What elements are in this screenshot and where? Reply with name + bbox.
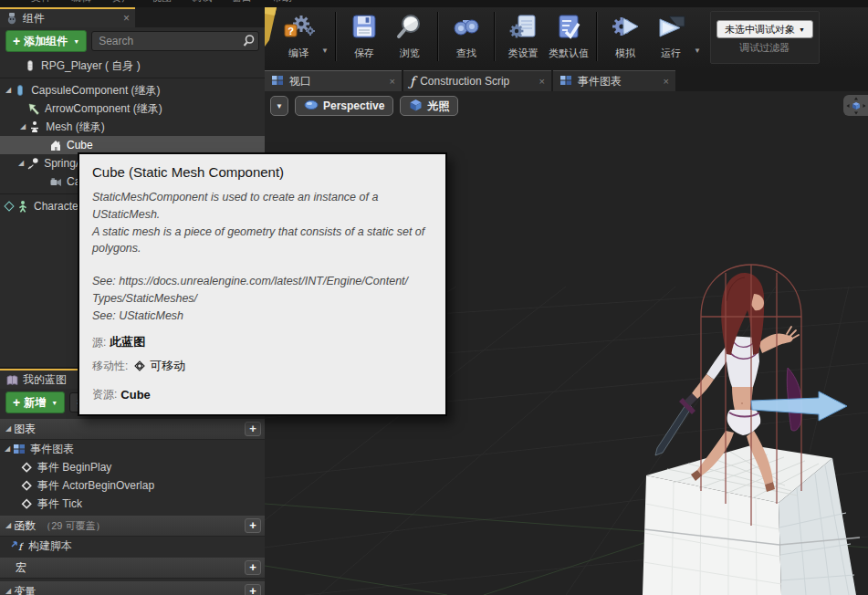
chevron-down-icon: ▼ (51, 400, 58, 406)
tab-event-graph[interactable]: 事件图表 × (553, 70, 675, 91)
add-function-button[interactable]: + (245, 518, 261, 533)
arrow-component-icon (27, 102, 40, 115)
event-graph-row[interactable]: ◢ 事件图表 (0, 440, 265, 458)
perspective-label: Perspective (323, 99, 384, 112)
simulate-icon (610, 13, 641, 45)
debug-object-dropdown[interactable]: 未选中调试对象 ▼ (716, 20, 813, 38)
row-label: 事件图表 (30, 442, 74, 457)
browse-button[interactable]: 浏览 (387, 7, 433, 69)
play-options-chevron-icon[interactable]: ▼ (694, 47, 701, 55)
variables-section-header[interactable]: ◢ 变量 + (0, 581, 265, 595)
event-beginplay-row[interactable]: 事件 BeginPlay (0, 458, 265, 476)
row-label: ArrowComponent (继承) (45, 101, 162, 117)
row-label: Character (34, 200, 82, 213)
macros-section-header[interactable]: 宏 + (0, 558, 265, 579)
event-graph-tab-icon (559, 74, 572, 89)
compile-options-chevron-icon[interactable]: ▼ (321, 47, 329, 55)
viewport-navigation-button[interactable] (843, 95, 868, 116)
menu-item-view[interactable]: 视图 (152, 0, 172, 7)
component-row-mesh[interactable]: ◢ Mesh (继承) (0, 118, 265, 136)
event-diamond-icon (20, 497, 33, 510)
functions-override-note: （29 可覆盖） (41, 519, 105, 533)
menu-item-asset[interactable]: 资产 (111, 0, 131, 7)
components-toolbar: +添加组件▼ (0, 27, 265, 55)
find-button[interactable]: 查找 (444, 7, 489, 69)
row-label: Mesh (继承) (46, 120, 105, 135)
function-icon: ƒ (410, 75, 414, 88)
menu-item-help[interactable]: 帮助 (272, 0, 292, 7)
character-icon (16, 200, 29, 213)
expander-icon[interactable]: ◢ (20, 123, 26, 130)
functions-section-header[interactable]: ◢ 函数 （29 可覆盖） + (0, 516, 265, 537)
camera-icon (49, 175, 62, 188)
close-icon[interactable]: × (651, 76, 669, 87)
menu-item-edit[interactable]: 编辑 (71, 0, 91, 7)
tab-construction-script[interactable]: ƒ Construction Scrip × (403, 70, 551, 91)
component-row-self[interactable]: RPG_Player ( 自身 ) (0, 57, 265, 75)
add-new-label: 新增 (24, 395, 46, 411)
close-icon[interactable]: × (527, 76, 545, 87)
viewport-options-button[interactable]: ▼ (270, 96, 288, 116)
add-variable-button[interactable]: + (245, 584, 261, 595)
mobility-movable-icon (133, 360, 146, 372)
tab-viewport[interactable]: 视口 × (265, 70, 402, 91)
components-search (91, 31, 259, 51)
play-button[interactable]: 运行 (648, 7, 694, 69)
event-diamond-icon (20, 461, 33, 474)
expander-icon[interactable]: ◢ (5, 425, 11, 433)
class-settings-button[interactable]: 类设置 (500, 7, 546, 69)
event-tick-row[interactable]: 事件 Tick (0, 495, 265, 513)
search-icon (242, 34, 256, 50)
event-graph-icon (13, 443, 26, 455)
expander-icon[interactable]: ◢ (5, 588, 11, 595)
add-macro-button[interactable]: + (245, 560, 261, 575)
menu-item-file[interactable]: 文件 (31, 0, 51, 7)
menu-bar: 文件 编辑 资产 视图 调试 窗口 帮助 (0, 0, 868, 7)
viewport-tab-icon (271, 74, 284, 89)
components-search-input[interactable] (91, 31, 259, 51)
separator (596, 12, 598, 61)
tooltip-see-links: See: https://docs.unrealengine.com/lates… (92, 273, 433, 324)
chevron-down-icon: ▼ (73, 38, 79, 45)
compile-button[interactable]: ? 编译 (276, 7, 321, 69)
close-icon[interactable]: × (123, 12, 130, 25)
tab-components[interactable]: 组件 × (0, 7, 135, 27)
separator (494, 12, 496, 61)
perspective-button[interactable]: Perspective (295, 96, 393, 116)
row-label: 事件 ActorBeginOverlap (37, 478, 154, 494)
expander-icon[interactable]: ◢ (5, 445, 10, 453)
add-graph-button[interactable]: + (245, 422, 261, 436)
class-settings-label: 类设置 (507, 47, 538, 60)
component-row-capsule[interactable]: ◢ CapsuleComponent (继承) (0, 81, 265, 99)
simulate-button[interactable]: 模拟 (602, 7, 648, 69)
book-icon (5, 373, 18, 386)
component-row-cube[interactable]: Cube (0, 136, 265, 154)
save-button[interactable]: 保存 (341, 7, 387, 69)
row-label: 事件 BeginPlay (37, 460, 111, 475)
play-label: 运行 (661, 47, 681, 60)
tooltip-description: StaticMeshComponent is used to create an… (92, 189, 433, 257)
menu-item-window[interactable]: 窗口 (232, 0, 252, 7)
add-new-button[interactable]: +新增▼ (5, 391, 65, 413)
event-actorbeginoverlap-row[interactable]: 事件 ActorBeginOverlap (0, 476, 265, 495)
lit-mode-button[interactable]: 光照 (400, 96, 458, 116)
close-icon[interactable]: × (377, 76, 395, 87)
graphs-section-header[interactable]: ◢ 图表 + (0, 419, 265, 440)
tooltip-asset-row: 资源: Cube (92, 387, 433, 402)
expander-icon[interactable]: ◢ (18, 160, 24, 167)
add-component-button[interactable]: +添加组件▼ (5, 30, 87, 52)
debug-filter-group: 未选中调试对象 ▼ 调试过滤器 (710, 11, 820, 64)
class-defaults-button[interactable]: 类默认值 (546, 7, 591, 69)
mobility-label: 移动性: (92, 359, 128, 374)
component-row-arrow[interactable]: ArrowComponent (继承) (0, 99, 265, 118)
unreal-blueprint-editor: 文件 编辑 资产 视图 调试 窗口 帮助 组件 × +添加组件▼ (0, 0, 868, 595)
browse-label: 浏览 (400, 47, 420, 60)
row-label: 构建脚本 (28, 538, 72, 554)
menu-item-debug[interactable]: 调试 (192, 0, 212, 7)
svg-text:?: ? (288, 26, 294, 37)
construction-script-row[interactable]: f 构建脚本 (0, 537, 265, 555)
tooltip-title: Cube (Static Mesh Component) (92, 164, 433, 180)
expander-icon[interactable]: ◢ (5, 522, 11, 529)
source-label: 源: (92, 335, 106, 350)
expander-icon[interactable]: ◢ (5, 87, 11, 94)
